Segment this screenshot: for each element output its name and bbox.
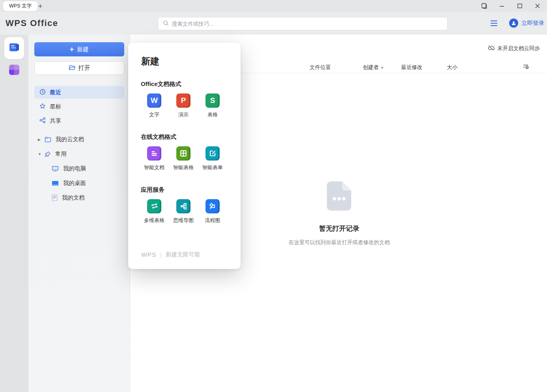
new-smart-sheet[interactable]: 智能表格 xyxy=(169,146,198,171)
close-icon xyxy=(535,4,540,8)
search-bar[interactable] xyxy=(158,17,448,30)
sidebar-item-label: 星标 xyxy=(50,103,61,110)
rail-apps-button[interactable] xyxy=(9,65,19,75)
tabs-overview-button[interactable] xyxy=(475,0,493,12)
tile-label: 文字 xyxy=(149,111,159,118)
smart-sheet-icon xyxy=(176,146,190,161)
column-size[interactable]: 大小 xyxy=(447,64,457,71)
maximize-button[interactable] xyxy=(511,0,528,12)
window-controls xyxy=(475,0,546,12)
mind-map-icon xyxy=(176,199,190,213)
section-app-services: 应用服务 多维表格 思维导图 xyxy=(141,186,234,224)
section-office-formats: Office文档格式 W 文字 P 演示 S 表格 xyxy=(141,80,234,118)
tile-label: 流程图 xyxy=(205,217,220,224)
sidebar-nav: 最近 星标 共享 xyxy=(34,86,124,129)
sidebar-item-my-documents[interactable]: 我的文档 xyxy=(28,192,130,204)
cloud-sync-label: 未开启文档云同步 xyxy=(497,45,540,52)
document-icon xyxy=(52,194,58,201)
tile-label: 演示 xyxy=(178,111,189,118)
chevron-down-icon: ▼ xyxy=(381,66,384,70)
app-rail xyxy=(0,35,28,392)
sidebar-item-shared[interactable]: 共享 xyxy=(34,114,124,127)
footer-slogan: 新建无限可能 xyxy=(166,251,200,258)
cloud-sync-notice[interactable]: 未开启文档云同步 xyxy=(488,45,540,52)
tree-item-label: 我的桌面 xyxy=(63,179,86,187)
presentation-icon: P xyxy=(176,93,190,108)
empty-state: 暂无打开记录 在这里可以找到你最近打开或者修改的文档 xyxy=(289,181,390,246)
column-file-location[interactable]: 文件位置 xyxy=(310,64,331,71)
tab-wps-writer[interactable]: WPS 文字 xyxy=(3,1,37,11)
maximize-icon xyxy=(517,4,522,8)
new-tab-button[interactable]: + xyxy=(35,2,45,11)
new-writer-doc[interactable]: W 文字 xyxy=(140,93,168,118)
wps-office-window: WPS 文字 + xyxy=(0,0,547,392)
sidebar-item-cloud-docs[interactable]: ▶ 我的云文档 xyxy=(28,133,130,146)
sidebar-item-my-computer[interactable]: 我的电脑 xyxy=(28,162,130,175)
tile-label: 思维导图 xyxy=(173,217,194,224)
sidebar-item-starred[interactable]: 星标 xyxy=(34,100,124,113)
new-flowchart[interactable]: 流程图 xyxy=(198,199,227,224)
tile-label: 智能表格 xyxy=(173,164,194,171)
sidebar-item-label: 最近 xyxy=(50,89,61,96)
tab-label: WPS 文字 xyxy=(9,3,32,9)
column-last-modified[interactable]: 最近修改 xyxy=(401,64,422,71)
new-mind-map[interactable]: 思维导图 xyxy=(169,199,198,224)
computer-icon xyxy=(52,166,59,172)
smart-doc-icon xyxy=(147,146,161,161)
new-document-button[interactable]: + 新建 xyxy=(34,42,124,56)
tile-label: 多维表格 xyxy=(144,217,164,224)
sidebar: + 新建 打开 最近 星标 xyxy=(28,35,130,392)
wps-brand-label: WPS xyxy=(141,251,156,258)
sidebar-item-my-desktop[interactable]: 我的桌面 xyxy=(28,177,130,189)
global-menu-button[interactable] xyxy=(491,21,497,26)
minimize-icon xyxy=(499,4,504,9)
share-icon xyxy=(39,117,46,125)
empty-state-title: 暂无打开记录 xyxy=(319,224,359,233)
caret-right-icon: ▶ xyxy=(38,138,42,142)
rail-documents-button[interactable] xyxy=(4,37,24,59)
login-button[interactable]: 立即登录 xyxy=(509,19,544,28)
new-spreadsheet-doc[interactable]: S 表格 xyxy=(198,93,227,118)
tree-item-label: 我的文档 xyxy=(62,194,85,202)
new-document-panel: 新建 Office文档格式 W 文字 P 演示 S 表格 在线文档格式 xyxy=(128,43,241,269)
folder-icon xyxy=(45,136,51,142)
footer-divider: | xyxy=(160,252,162,258)
empty-document-icon xyxy=(327,181,351,212)
tab-bar: WPS 文字 + xyxy=(0,0,547,12)
stacked-windows-icon xyxy=(482,3,487,9)
open-folder-icon xyxy=(69,65,75,72)
new-smart-doc[interactable]: 智能文档 xyxy=(140,146,168,171)
sidebar-tree: ▶ 我的云文档 ▼ 常用 我的电脑 xyxy=(28,133,130,206)
clock-icon xyxy=(39,89,46,96)
writer-icon: W xyxy=(147,93,161,108)
sidebar-item-recent[interactable]: 最近 xyxy=(34,86,124,99)
wps-office-logo: WPS Office xyxy=(6,18,58,28)
caret-down-icon: ▼ xyxy=(38,152,42,156)
close-button[interactable] xyxy=(528,0,546,12)
tile-label: 智能文档 xyxy=(144,164,164,171)
tile-label: 智能表单 xyxy=(202,164,223,171)
open-document-button[interactable]: 打开 xyxy=(34,61,124,75)
tile-label: 表格 xyxy=(207,111,218,118)
column-creator[interactable]: 创建者▼ xyxy=(363,64,384,71)
tree-item-label: 我的云文档 xyxy=(56,136,84,143)
new-smart-form[interactable]: 智能表单 xyxy=(198,146,227,171)
section-label: 在线文档格式 xyxy=(141,133,234,141)
desktop-icon xyxy=(52,181,59,186)
new-multi-table[interactable]: 多维表格 xyxy=(140,199,168,224)
document-app-icon xyxy=(9,42,20,54)
tree-item-label: 我的电脑 xyxy=(63,165,86,172)
search-input[interactable] xyxy=(172,21,442,27)
new-button-label: 新建 xyxy=(77,46,89,53)
panel-footer: WPS | 新建无限可能 xyxy=(141,251,200,258)
smart-form-icon xyxy=(205,146,220,161)
new-presentation-doc[interactable]: P 演示 xyxy=(169,93,198,118)
flowchart-icon xyxy=(205,199,220,213)
section-label: 应用服务 xyxy=(141,186,234,194)
section-label: Office文档格式 xyxy=(141,80,234,88)
star-icon xyxy=(39,103,46,110)
sidebar-item-frequent[interactable]: ▼ 常用 xyxy=(28,148,130,160)
pin-icon xyxy=(45,151,51,157)
minimize-button[interactable] xyxy=(493,0,511,12)
list-settings-button[interactable] xyxy=(523,63,530,71)
